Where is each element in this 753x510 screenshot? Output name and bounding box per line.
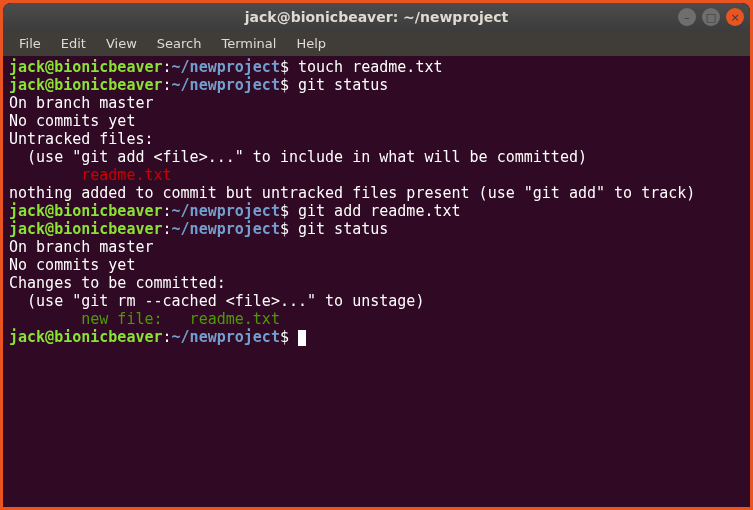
prompt-colon: : — [163, 220, 172, 238]
menu-file[interactable]: File — [11, 34, 49, 53]
prompt-path: ~/newproject — [172, 202, 280, 220]
menu-view[interactable]: View — [98, 34, 145, 53]
menu-help[interactable]: Help — [288, 34, 334, 53]
maximize-button[interactable]: □ — [702, 8, 720, 26]
prompt-userhost: jack@bionicbeaver — [9, 328, 163, 346]
prompt-path: ~/newproject — [172, 58, 280, 76]
prompt-dollar: $ — [280, 220, 289, 238]
prompt-path: ~/newproject — [172, 220, 280, 238]
prompt-dollar: $ — [280, 76, 289, 94]
prompt-userhost: jack@bionicbeaver — [9, 220, 163, 238]
prompt-userhost: jack@bionicbeaver — [9, 202, 163, 220]
minimize-icon: – — [684, 11, 690, 24]
terminal-line: jack@bionicbeaver:~/newproject$ — [9, 328, 744, 346]
prompt-colon: : — [163, 202, 172, 220]
terminal-area[interactable]: jack@bionicbeaver:~/newproject$ touch re… — [3, 56, 750, 507]
command-text — [289, 328, 298, 346]
terminal-output: Changes to be committed: — [9, 274, 744, 292]
prompt-dollar: $ — [280, 202, 289, 220]
menu-edit[interactable]: Edit — [53, 34, 94, 53]
minimize-button[interactable]: – — [678, 8, 696, 26]
prompt-path: ~/newproject — [172, 328, 280, 346]
terminal-line: jack@bionicbeaver:~/newproject$ git add … — [9, 202, 744, 220]
terminal-output: No commits yet — [9, 112, 744, 130]
window-controls: – □ × — [678, 8, 744, 26]
terminal-output-staged: new file: readme.txt — [9, 310, 744, 328]
prompt-colon: : — [163, 76, 172, 94]
window-title: jack@bionicbeaver: ~/newproject — [3, 9, 750, 25]
terminal-line: jack@bionicbeaver:~/newproject$ git stat… — [9, 220, 744, 238]
terminal-output: (use "git rm --cached <file>..." to unst… — [9, 292, 744, 310]
terminal-output: Untracked files: — [9, 130, 744, 148]
prompt-colon: : — [163, 328, 172, 346]
close-icon: × — [730, 11, 739, 24]
command-text: git status — [289, 220, 388, 238]
cursor — [298, 330, 306, 346]
menu-terminal[interactable]: Terminal — [213, 34, 284, 53]
terminal-output-untracked: readme.txt — [9, 166, 744, 184]
terminal-output: On branch master — [9, 238, 744, 256]
terminal-line: jack@bionicbeaver:~/newproject$ touch re… — [9, 58, 744, 76]
command-text: touch readme.txt — [289, 58, 443, 76]
prompt-userhost: jack@bionicbeaver — [9, 76, 163, 94]
titlebar: jack@bionicbeaver: ~/newproject – □ × — [3, 3, 750, 31]
command-text: git add readme.txt — [289, 202, 461, 220]
terminal-window: jack@bionicbeaver: ~/newproject – □ × Fi… — [3, 3, 750, 507]
command-text: git status — [289, 76, 388, 94]
terminal-output: (use "git add <file>..." to include in w… — [9, 148, 744, 166]
terminal-output: On branch master — [9, 94, 744, 112]
menu-search[interactable]: Search — [149, 34, 210, 53]
close-button[interactable]: × — [726, 8, 744, 26]
terminal-line: jack@bionicbeaver:~/newproject$ git stat… — [9, 76, 744, 94]
prompt-colon: : — [163, 58, 172, 76]
prompt-path: ~/newproject — [172, 76, 280, 94]
terminal-output: nothing added to commit but untracked fi… — [9, 184, 744, 202]
terminal-output: No commits yet — [9, 256, 744, 274]
prompt-dollar: $ — [280, 58, 289, 76]
prompt-dollar: $ — [280, 328, 289, 346]
maximize-icon: □ — [706, 11, 716, 24]
prompt-userhost: jack@bionicbeaver — [9, 58, 163, 76]
menubar: File Edit View Search Terminal Help — [3, 31, 750, 56]
